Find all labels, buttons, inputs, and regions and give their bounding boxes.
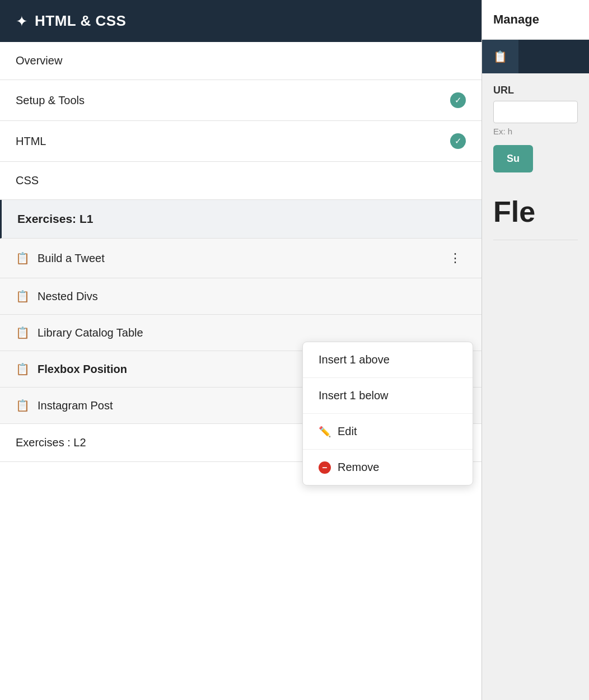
context-menu-remove[interactable]: – Remove [303,450,473,485]
sidebar-item-setup-tools-label: Setup & Tools [16,94,85,107]
sidebar-header: ✦ HTML & CSS [0,0,482,42]
dots-menu-button[interactable]: ⋮ [445,250,466,267]
star-icon: ✦ [16,14,28,29]
exercises-l2-label: Exercises : L2 [16,436,86,449]
check-icon-setup: ✓ [450,92,466,108]
sidebar-section-exercises-l1[interactable]: Exercises: L1 [0,200,482,239]
manage-label: Manage [493,12,539,26]
context-menu-insert-above[interactable]: Insert 1 above [303,342,473,378]
exercise-item-build-tweet[interactable]: 📋 Build a Tweet ⋮ [0,239,482,278]
check-icon-html: ✓ [450,133,466,149]
submit-button[interactable]: Su [493,145,533,172]
url-label: URL [493,85,578,96]
section-title: Fle [482,184,589,240]
sidebar-item-overview[interactable]: Overview [0,42,482,80]
right-panel: Manage 📋 URL Ex: h Su Fle [482,0,589,700]
remove-icon: – [319,461,331,474]
exercise-flexbox-label: Flexbox Position [38,363,127,376]
exercise-instagram-label: Instagram Post [38,399,113,412]
sidebar-title: HTML & CSS [35,12,126,30]
exercise-item-left: 📋 Flexbox Position [16,362,127,376]
exercise-build-tweet-label: Build a Tweet [38,252,105,265]
clipboard-icon: 📋 [16,290,30,303]
sidebar-item-css-label: CSS [16,174,39,187]
exercise-item-nested-divs[interactable]: 📋 Nested Divs [0,278,482,315]
clipboard-icon: 📋 [16,326,30,339]
sidebar-item-setup-tools[interactable]: Setup & Tools ✓ [0,80,482,121]
clipboard-icon: 📋 [16,399,30,412]
exercise-item-left: 📋 Nested Divs [16,290,98,303]
sidebar-item-overview-label: Overview [16,54,62,67]
pencil-icon: ✏️ [319,426,331,438]
context-menu: Insert 1 above Insert 1 below ✏️ Edit – … [302,342,473,486]
section-divider [493,240,578,240]
sidebar-item-css[interactable]: CSS [0,162,482,200]
context-menu-edit[interactable]: ✏️ Edit [303,414,473,450]
clipboard-icon: 📋 [16,362,30,376]
right-panel-header: Manage [482,0,589,40]
remove-label: Remove [338,461,379,474]
right-panel-tabs: 📋 [482,40,589,73]
exercise-item-left: 📋 Build a Tweet [16,251,105,265]
sidebar-item-html-label: HTML [16,135,46,148]
exercise-item-left: 📋 Library Catalog Table [16,326,143,339]
insert-below-label: Insert 1 below [319,389,389,402]
exercise-library-label: Library Catalog Table [38,326,143,339]
context-menu-insert-below[interactable]: Insert 1 below [303,378,473,414]
insert-above-label: Insert 1 above [319,353,390,366]
tab-clipboard-icon: 📋 [493,50,507,63]
sidebar-item-html[interactable]: HTML ✓ [0,121,482,162]
url-input[interactable] [493,101,578,123]
sidebar: ✦ HTML & CSS Overview Setup & Tools ✓ HT… [0,0,482,700]
right-panel-content: URL Ex: h Su [482,73,589,184]
clipboard-icon: 📋 [16,251,30,265]
exercises-l1-label: Exercises: L1 [17,212,93,226]
edit-label: Edit [338,425,357,438]
right-tab-active[interactable]: 📋 [482,40,518,73]
exercise-nested-divs-label: Nested Divs [38,290,98,303]
exercise-item-left: 📋 Instagram Post [16,399,113,412]
url-hint: Ex: h [493,127,578,136]
